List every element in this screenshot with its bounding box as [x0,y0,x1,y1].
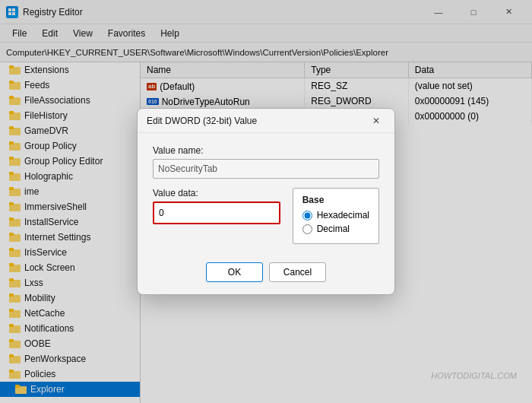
modal-footer: OK Cancel [138,256,394,294]
ok-button[interactable]: OK [206,262,263,282]
value-name-group: Value name: [153,145,379,179]
value-name-label: Value name: [153,145,379,156]
radio-hexadecimal-input[interactable] [302,211,312,221]
modal-title-bar: Edit DWORD (32-bit) Value ✕ [138,109,394,133]
modal-title: Edit DWORD (32-bit) Value [147,116,367,126]
value-name-input [153,159,379,179]
value-data-wrapper [153,202,280,224]
base-group: Base Hexadecimal Decimal [293,188,379,244]
modal-close-button[interactable]: ✕ [367,112,385,130]
cancel-button[interactable]: Cancel [269,262,326,282]
radio-decimal[interactable]: Decimal [302,224,369,234]
value-data-label: Value data: [153,188,280,198]
radio-hexadecimal[interactable]: Hexadecimal [302,210,369,221]
radio-decimal-input[interactable] [302,224,312,234]
radio-decimal-label: Decimal [317,224,350,234]
edit-dword-dialog: Edit DWORD (32-bit) Value ✕ Value name: … [137,108,395,295]
modal-overlay: Edit DWORD (32-bit) Value ✕ Value name: … [0,0,532,403]
radio-hexadecimal-label: Hexadecimal [317,210,369,221]
value-data-input[interactable] [154,203,279,223]
modal-body: Value name: Value data: Base Hexadecimal [138,133,394,256]
base-label: Base [302,195,369,205]
value-data-group: Value data: [153,188,280,224]
value-data-row: Value data: Base Hexadecimal Decimal [153,188,379,244]
